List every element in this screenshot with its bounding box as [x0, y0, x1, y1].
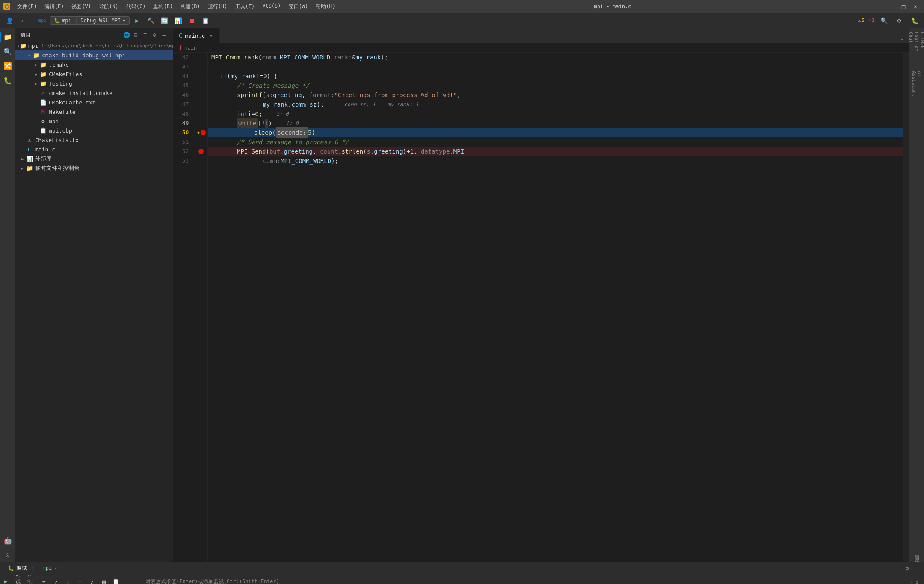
gear-icon[interactable]: ⚙ — [151, 31, 159, 39]
tree-item-main-c[interactable]: C main.c — [15, 145, 173, 154]
debugger-tab[interactable]: 调试器 — [15, 577, 25, 584]
tree-label-cmakelists: CMakeLists.txt — [35, 137, 172, 143]
debug-tab-close[interactable]: ✕ — [54, 566, 57, 571]
breadcrumb-label: main — [184, 45, 197, 51]
activity-vcs[interactable]: 🔀 — [1, 59, 15, 73]
menu-bar[interactable]: 文件(F) 编辑(E) 视图(V) 导航(N) 代码(C) 重构(R) 构建(B… — [14, 2, 339, 11]
tree-label-cmake-build: cmake-build-debug-wsl-mpi — [42, 52, 172, 59]
tab-more-icon[interactable]: ⋯ — [897, 35, 905, 43]
debug-stop-icon[interactable]: ⏹ — [186, 15, 198, 27]
close-panel-icon[interactable]: — — [160, 31, 168, 39]
tree-item-cmake[interactable]: ▶ 📁 .cmake — [15, 60, 173, 69]
activity-search[interactable]: 🔍 — [1, 44, 15, 58]
activity-debug[interactable]: 🐛 — [1, 74, 15, 87]
list-icon[interactable]: ≡ — [39, 577, 49, 584]
bottom-minimize-icon[interactable]: — — [913, 565, 921, 572]
toolbar-profile-icon[interactable]: 👤 — [3, 15, 15, 27]
minimize-button[interactable]: — — [886, 2, 897, 11]
explorer-header-actions[interactable]: 🌐 ≡ ⊤ ⚙ — — [123, 31, 168, 39]
bottom-settings-icon[interactable]: ⚙ — [903, 565, 911, 572]
tab-debug[interactable]: 🐛 调试 : mpi ✕ — [3, 562, 61, 575]
app-icon: 🦁 — [3, 3, 10, 10]
frames-icon[interactable]: ▦ — [99, 577, 109, 584]
menu-code[interactable]: 代码(C) — [123, 2, 149, 11]
tab-main-c[interactable]: C main.c ✕ — [174, 28, 220, 43]
temp-icon: 📁 — [26, 164, 33, 172]
tree-item-testing[interactable]: ▶ 📁 Testing — [15, 79, 173, 88]
menu-file[interactable]: 文件(F) — [14, 2, 40, 11]
error-badge[interactable]: ✓ 1 — [868, 18, 874, 23]
menu-tools[interactable]: 工具(T) — [232, 2, 258, 11]
activity-settings[interactable]: ⚙ — [1, 548, 15, 562]
menu-view[interactable]: 视图(V) — [68, 2, 95, 11]
menu-vcs[interactable]: VCS(S) — [259, 2, 284, 11]
expand-icon[interactable]: ⊤ — [142, 31, 149, 39]
debug-coverage-icon[interactable]: 📋 — [200, 15, 212, 27]
debug-config-selector[interactable]: 🐛 mpi | Debug-WSL MPI ▾ — [50, 16, 130, 25]
menu-run[interactable]: 运行(U) — [204, 2, 231, 11]
github-copilot-label[interactable]: GitHub Copilot Chat — [906, 30, 924, 64]
tree-item-makefile[interactable]: M Makefile — [15, 107, 173, 116]
tab-close-icon[interactable]: ✕ — [207, 32, 214, 39]
threads-icon[interactable]: 📋 — [111, 577, 121, 584]
search-icon[interactable]: 🔍 — [878, 15, 890, 27]
menu-navigate[interactable]: 导航(N) — [95, 2, 122, 11]
explorer-title: 项目 — [21, 32, 31, 38]
expr-input-area[interactable]: 对表达式求值(Enter)或添加监视(Ctrl+Shift+Enter) + ↕ — [140, 575, 924, 584]
step-into-icon[interactable]: ↓ — [63, 577, 73, 584]
close-button[interactable]: ✕ — [910, 2, 921, 11]
tree-item-cmake-install[interactable]: ⚠ cmake_install.cmake — [15, 88, 173, 98]
tree-item-temp[interactable]: ▶ 📁 临时文件和控制台 — [15, 163, 173, 173]
debug-icon-btn[interactable]: 🐛 — [909, 15, 921, 27]
tree-item-cmake-build[interactable]: ▾ 📁 cmake-build-debug-wsl-mpi — [15, 50, 173, 60]
run-to-cursor-icon[interactable]: ↙ — [87, 577, 97, 584]
warning-badge[interactable]: ⚠ 5 — [858, 18, 865, 23]
code-content[interactable]: MPI_Comm_rank ( comm: MPI_COMM_WORLD , r… — [208, 53, 903, 562]
activity-explorer[interactable]: 📁 — [1, 30, 15, 44]
tree-item-cmakelists[interactable]: ⚠ CMakeLists.txt — [15, 135, 173, 145]
maximize-button[interactable]: □ — [898, 2, 909, 11]
editor-content[interactable]: 42 43 44 45 46 47 48 49 50 51 52 53 — [174, 53, 909, 562]
scrollbar[interactable] — [903, 53, 909, 562]
breadcrumb: f main — [174, 43, 909, 53]
toolbar-project-icon[interactable]: mpi — [36, 15, 48, 27]
line-52: 52 — [174, 147, 192, 156]
toolbar-back-icon[interactable]: ← — [17, 15, 29, 27]
variables-panel: 对表达式求值(Enter)或添加监视(Ctrl+Shift+Enter) + ↕… — [140, 575, 924, 584]
tree-item-mpi-cbp[interactable]: 📋 mpi.cbp — [15, 126, 173, 135]
debug-run-icon[interactable]: ▶ — [131, 15, 143, 27]
console-tab[interactable]: 控制台 — [27, 577, 37, 584]
problems-label[interactable]: 问题 — [912, 550, 921, 553]
debug-restart-icon[interactable]: 🔄 — [159, 15, 171, 27]
line-42: 42 — [174, 53, 192, 62]
debug-build-icon[interactable]: 🔨 — [145, 15, 157, 27]
tree-item-cmakecache[interactable]: 📄 CMakeCache.txt — [15, 98, 173, 107]
menu-edit[interactable]: 编辑(E) — [41, 2, 68, 11]
window-controls[interactable]: — □ ✕ — [886, 2, 921, 11]
bottom-panel-tabs: 🐛 调试 : mpi ✕ ⚙ — — [0, 562, 924, 575]
tree-item-mpi-binary[interactable]: ⚙ mpi — [15, 116, 173, 126]
expr-expand-icon[interactable]: ↕ — [915, 578, 919, 584]
settings-icon[interactable]: ⚙ — [893, 15, 905, 27]
new-file-icon[interactable]: 🌐 — [123, 31, 130, 39]
tree-item-mpi-root[interactable]: ▾ 📁 mpi C:\Users\xing\Desktop\files\C la… — [15, 41, 173, 50]
structure-label[interactable]: 结构 — [912, 555, 921, 558]
file-explorer-panel: 项目 🌐 ≡ ⊤ ⚙ — ▾ 📁 mpi C:\Users\xing\Deskt… — [15, 28, 174, 562]
tree-item-cmakefiles[interactable]: ▶ 📁 CMakeFiles — [15, 69, 173, 79]
menu-build[interactable]: 构建(B) — [177, 2, 204, 11]
tree-item-external[interactable]: ▶ 📊 外部库 — [15, 154, 173, 163]
play-icon[interactable]: ▶ — [1, 577, 11, 584]
menu-help[interactable]: 帮助(H) — [312, 2, 339, 11]
step-out-icon[interactable]: ↑ — [75, 577, 85, 584]
menu-window[interactable]: 窗口(W) — [285, 2, 312, 11]
expr-add-icon[interactable]: + — [910, 578, 913, 584]
ai-assistant-label[interactable]: AI Assistant — [909, 71, 924, 97]
gutter-42 — [195, 53, 207, 62]
warning-icon: ⚠ — [858, 18, 861, 23]
menu-refactor[interactable]: 重构(R) — [150, 2, 176, 11]
collapse-icon[interactable]: ≡ — [132, 31, 140, 39]
step-over-icon[interactable]: ↗ — [51, 577, 61, 584]
line-numbers: 42 43 44 45 46 47 48 49 50 51 52 53 — [174, 53, 195, 562]
activity-copilot[interactable]: 🤖 — [1, 534, 15, 547]
debug-profile-icon[interactable]: 📊 — [172, 15, 184, 27]
